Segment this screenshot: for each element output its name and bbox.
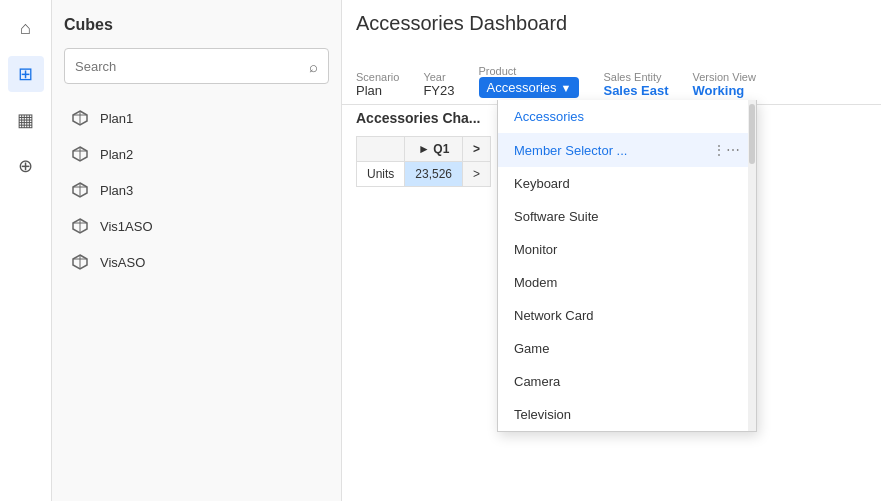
dropdown-item-accessories[interactable]: Accessories <box>498 100 756 133</box>
sidebar: Cubes ⌕ Plan1 Plan2 <box>52 0 342 501</box>
chart-icon[interactable]: ▦ <box>8 102 44 138</box>
dropdown-item-camera[interactable]: Camera <box>498 365 756 398</box>
scenario-label: Scenario <box>356 71 399 83</box>
cube-icon-plan1 <box>70 108 90 128</box>
scenario-value: Plan <box>356 83 382 98</box>
product-value: Accessories <box>487 80 557 95</box>
grid-icon[interactable]: ⊞ <box>8 56 44 92</box>
globe-icon[interactable]: ⊕ <box>8 148 44 184</box>
dropdown-item-network-card[interactable]: Network Card <box>498 299 756 332</box>
cube-icon-vis1aso <box>70 216 90 236</box>
search-input[interactable] <box>75 59 309 74</box>
toolbar-year: Year FY23 <box>423 71 454 98</box>
cube-label-plan2: Plan2 <box>100 147 133 162</box>
expand-icon: ► <box>418 142 430 156</box>
year-label: Year <box>423 71 445 83</box>
cube-item-plan2[interactable]: Plan2 <box>64 136 329 172</box>
sidebar-title: Cubes <box>64 16 329 34</box>
cube-item-plan3[interactable]: Plan3 <box>64 172 329 208</box>
toolbar-scenario: Scenario Plan <box>356 71 399 98</box>
home-icon[interactable]: ⌂ <box>8 10 44 46</box>
chart-table: ► Q1 > Units 23,526 > <box>356 136 491 187</box>
cube-label-plan1: Plan1 <box>100 111 133 126</box>
chart-cell-arrow[interactable]: > <box>463 162 491 187</box>
dropdown-caret-icon: ▼ <box>561 82 572 94</box>
cube-label-vis1aso: Vis1ASO <box>100 219 153 234</box>
toolbar-product[interactable]: Product Accessories ▼ <box>479 65 580 98</box>
chart-header-empty <box>357 137 405 162</box>
dropdown-scrollbar-thumb <box>749 104 755 164</box>
chart-cell-value[interactable]: 23,526 <box>405 162 463 187</box>
cube-icon-plan3 <box>70 180 90 200</box>
dropdown-item-keyboard[interactable]: Keyboard <box>498 167 756 200</box>
version-label: Version View <box>693 71 756 83</box>
cube-label-visaso: VisASO <box>100 255 145 270</box>
sales-entity-label: Sales Entity <box>603 71 661 83</box>
chart-header-q1[interactable]: ► Q1 <box>405 137 463 162</box>
toolbar: Scenario Plan Year FY23 Product Accessor… <box>342 55 881 105</box>
product-label: Product <box>479 65 517 77</box>
cube-item-vis1aso[interactable]: Vis1ASO <box>64 208 329 244</box>
member-selector-icon: ⋮⋯ <box>712 142 740 158</box>
toolbar-sales-entity: Sales Entity Sales East <box>603 71 668 98</box>
cube-icon-plan2 <box>70 144 90 164</box>
cube-label-plan3: Plan3 <box>100 183 133 198</box>
product-selector-button[interactable]: Accessories ▼ <box>479 77 580 98</box>
search-icon: ⌕ <box>309 58 318 75</box>
dropdown-item-member-selector[interactable]: Member Selector ... ⋮⋯ <box>498 133 756 167</box>
chart-header-arrow[interactable]: > <box>463 137 491 162</box>
cube-icon-visaso <box>70 252 90 272</box>
cube-item-plan1[interactable]: Plan1 <box>64 100 329 136</box>
page-title: Accessories Dashboard <box>356 12 567 35</box>
dropdown-item-monitor[interactable]: Monitor <box>498 233 756 266</box>
cube-item-visaso[interactable]: VisASO <box>64 244 329 280</box>
toolbar-version: Version View Working <box>693 71 756 98</box>
sales-entity-value: Sales East <box>603 83 668 98</box>
dropdown-scrollbar[interactable] <box>748 100 756 431</box>
search-box[interactable]: ⌕ <box>64 48 329 84</box>
year-value: FY23 <box>423 83 454 98</box>
version-value: Working <box>693 83 745 98</box>
dropdown-item-software-suite[interactable]: Software Suite <box>498 200 756 233</box>
dropdown-item-television[interactable]: Television <box>498 398 756 431</box>
main-area: Accessories Dashboard Scenario Plan Year… <box>342 0 881 501</box>
chart-row-label: Units <box>357 162 405 187</box>
dropdown-item-modem[interactable]: Modem <box>498 266 756 299</box>
left-navigation: ⌂ ⊞ ▦ ⊕ <box>0 0 52 501</box>
dropdown-item-game[interactable]: Game <box>498 332 756 365</box>
chart-row-units: Units 23,526 > <box>357 162 491 187</box>
product-dropdown: Accessories Member Selector ... ⋮⋯ Keybo… <box>497 100 757 432</box>
